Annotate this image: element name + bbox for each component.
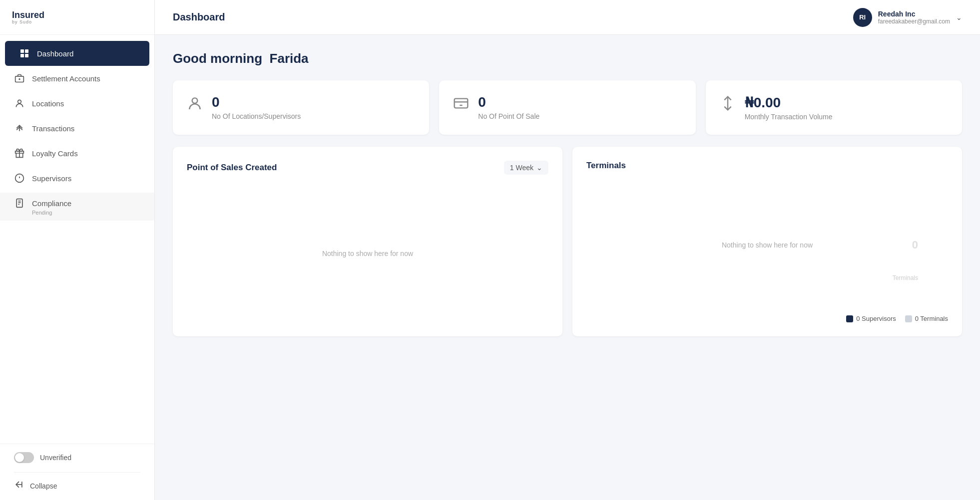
chart-pos-header: Point of Sales Created 1 Week ⌄ (187, 161, 548, 175)
stat-card-transaction-volume: ₦0.00 Monthly Transaction Volume (706, 80, 962, 135)
greeting: Good morning Farida (173, 51, 962, 66)
sidebar-item-compliance-label: Compliance (32, 199, 71, 208)
collapse-label: Collapse (30, 482, 57, 490)
sidebar-nav: Dashboard Settlement Accounts (0, 35, 154, 444)
terminals-float-label: Terminals (893, 274, 918, 281)
sidebar-item-transactions[interactable]: Transactions (0, 116, 154, 141)
user-name: Reedah Inc (878, 10, 916, 18)
greeting-prefix: Good morning (173, 51, 262, 66)
stat-volume-value: ₦0.00 (745, 94, 833, 111)
avatar: RI (853, 8, 872, 27)
svg-point-7 (18, 100, 21, 103)
terminals-body: Nothing to show here for now 0 Terminals (586, 181, 948, 309)
stat-locations-info: 0 No Of Locations/Supervisors (212, 94, 301, 120)
compliance-icon (14, 198, 25, 209)
unverified-label: Unverified (40, 454, 71, 462)
sidebar-item-locations-label: Locations (32, 99, 64, 108)
stat-pos-value: 0 (478, 94, 539, 110)
terminals-chart-body: Nothing to show here for now 0 Terminals… (586, 181, 948, 322)
chart-terminals-title: Terminals (586, 161, 626, 171)
greeting-name: Farida (270, 51, 309, 66)
sidebar-item-supervisors[interactable]: Supervisors (0, 166, 154, 191)
sidebar-bottom: Unverified Collapse (0, 444, 154, 500)
chart-terminals-header: Terminals (586, 161, 948, 171)
stat-card-locations: 0 No Of Locations/Supervisors (173, 80, 429, 135)
sidebar-item-supervisors-label: Supervisors (32, 174, 71, 183)
chart-terminals-empty-text: Nothing to show here for now (722, 211, 813, 279)
settlement-icon (14, 73, 25, 84)
supervisors-icon (14, 173, 25, 184)
week-chevron: ⌄ (536, 164, 542, 172)
charts-row: Point of Sales Created 1 Week ⌄ Nothing … (173, 147, 962, 336)
compliance-pending-badge: Pending (32, 210, 52, 216)
logo: Insured by Sudo (0, 0, 154, 35)
user-email: fareedakabeer@gmail.com (878, 18, 950, 25)
sidebar-item-transactions-label: Transactions (32, 124, 74, 133)
header: Dashboard RI Reedah Inc fareedakabeer@gm… (155, 0, 980, 35)
logo-main: Insured (12, 10, 44, 19)
svg-point-18 (192, 98, 198, 103)
legend-terminals-dot (905, 315, 912, 322)
main-area: Dashboard RI Reedah Inc fareedakabeer@gm… (155, 0, 980, 500)
svg-rect-3 (25, 54, 28, 57)
collapse-icon (14, 480, 24, 492)
transactions-icon (14, 123, 25, 134)
week-label: 1 Week (510, 164, 533, 172)
stat-volume-label: Monthly Transaction Volume (745, 113, 833, 121)
sidebar-item-compliance[interactable]: Compliance Pending (0, 193, 154, 221)
legend-supervisors-dot (846, 315, 853, 322)
loyalty-icon (14, 148, 25, 159)
chart-pos-empty-text: Nothing to show here for now (322, 220, 413, 287)
locations-icon (14, 98, 25, 109)
legend-supervisors: 0 Supervisors (846, 315, 896, 322)
sidebar-item-settlement-label: Settlement Accounts (32, 74, 100, 83)
unverified-row: Unverified (14, 452, 140, 463)
svg-rect-0 (20, 49, 24, 53)
sidebar-item-dashboard-label: Dashboard (37, 49, 73, 58)
logo-sub: by Sudo (12, 19, 44, 24)
user-menu-chevron[interactable]: ⌄ (956, 13, 962, 21)
stat-pos-label: No Of Point Of Sale (478, 112, 539, 120)
svg-rect-1 (25, 49, 28, 53)
chart-pos-body: Nothing to show here for now (187, 185, 548, 322)
stat-pos-info: 0 No Of Point Of Sale (478, 94, 539, 120)
week-selector[interactable]: 1 Week ⌄ (504, 161, 548, 175)
sidebar-item-loyalty-cards[interactable]: Loyalty Cards (0, 141, 154, 166)
stat-locations-icon (187, 95, 203, 115)
terminals-zero-label: 0 (912, 239, 918, 251)
unverified-toggle[interactable] (14, 452, 34, 463)
legend-supervisors-label: 0 Supervisors (856, 315, 896, 322)
stat-card-pos: 0 No Of Point Of Sale (439, 80, 695, 135)
chart-pos-title: Point of Sales Created (187, 163, 277, 173)
chart-terminals: Terminals Nothing to show here for now 0… (572, 147, 962, 336)
stats-row: 0 No Of Locations/Supervisors 0 No Of (173, 80, 962, 135)
stat-locations-label: No Of Locations/Supervisors (212, 112, 301, 120)
stat-volume-info: ₦0.00 Monthly Transaction Volume (745, 94, 833, 121)
user-info: Reedah Inc fareedakabeer@gmail.com (878, 10, 950, 25)
sidebar: Insured by Sudo Dashboard (0, 0, 155, 500)
terminals-legend: 0 Supervisors 0 Terminals (586, 315, 948, 322)
legend-terminals: 0 Terminals (905, 315, 948, 322)
dashboard-icon (19, 48, 30, 59)
sidebar-item-loyalty-label: Loyalty Cards (32, 149, 78, 158)
svg-rect-2 (20, 54, 24, 57)
stat-locations-value: 0 (212, 94, 301, 110)
svg-rect-19 (455, 99, 468, 108)
content-area: Good morning Farida 0 No Of Locations/Su… (155, 35, 980, 500)
sidebar-item-settlement-accounts[interactable]: Settlement Accounts (0, 66, 154, 91)
collapse-row[interactable]: Collapse (14, 472, 140, 492)
chart-pos-created: Point of Sales Created 1 Week ⌄ Nothing … (173, 147, 562, 336)
sidebar-item-locations[interactable]: Locations (0, 91, 154, 116)
sidebar-item-dashboard[interactable]: Dashboard (5, 41, 149, 66)
legend-terminals-label: 0 Terminals (915, 315, 948, 322)
page-title: Dashboard (173, 11, 225, 23)
header-right: RI Reedah Inc fareedakabeer@gmail.com ⌄ (853, 8, 962, 27)
stat-pos-icon (453, 95, 469, 115)
stat-volume-icon (720, 95, 736, 115)
